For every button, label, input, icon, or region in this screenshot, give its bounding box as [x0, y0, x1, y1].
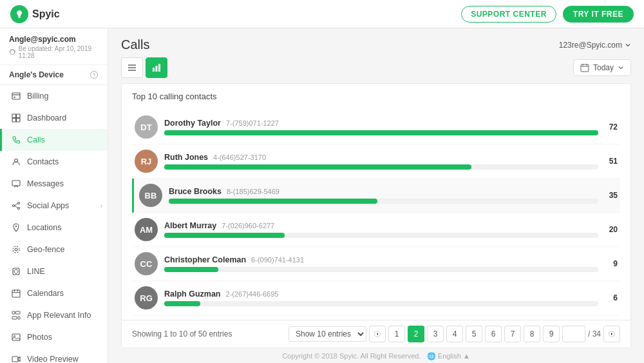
contact-name: Ralph Guzman [164, 289, 221, 299]
contact-phone: 7-(759)071-1227 [226, 119, 279, 127]
contact-row: KCKimberly Castro5-(937)477-68665 [132, 315, 620, 320]
page-button-1[interactable]: 1 [388, 326, 405, 342]
page-button-4[interactable]: 4 [446, 326, 463, 342]
sidebar-item-label-calendars: Calendars [27, 289, 64, 298]
app-layout: Angle@spyic.com Be updated: Apr 10, 2019… [0, 28, 644, 363]
contact-count: 6 [605, 293, 618, 302]
dashboard-icon [11, 113, 21, 123]
logo[interactable]: Spyic [10, 5, 60, 23]
sidebar-item-geo-fence[interactable]: Geo-fence [0, 239, 108, 260]
svg-point-13 [13, 246, 19, 253]
language-selector[interactable]: 🌐 English ▲ [427, 352, 470, 360]
sidebar-item-calendars[interactable]: Calendars [0, 282, 108, 304]
contacts-icon [11, 157, 21, 167]
page-button-3[interactable]: 3 [427, 326, 444, 342]
contact-row: RGRalph Guzman2-(267)446-66956 [132, 281, 620, 315]
sidebar-item-dashboard[interactable]: Dashboard [0, 107, 108, 129]
messages-icon [11, 179, 21, 189]
contact-phone: 8-(185)629-5469 [227, 188, 279, 195]
page-button-7[interactable]: 7 [504, 326, 521, 342]
contact-avatar: DT [135, 115, 158, 139]
sidebar-item-video-preview[interactable]: Video Preview [0, 348, 108, 363]
page-button-5[interactable]: 5 [466, 326, 482, 342]
svg-rect-33 [158, 64, 160, 72]
calendar-icon [580, 63, 589, 72]
next-page-button[interactable] [603, 326, 620, 342]
prev-page-button[interactable] [369, 326, 386, 342]
svg-point-10 [13, 205, 15, 207]
show-entries-select[interactable]: Show 10 entries Show 25 entries Show 50 … [289, 326, 366, 342]
contact-name-row: Ruth Jones4-(646)527-3170 [164, 153, 598, 162]
svg-point-9 [18, 202, 20, 204]
sidebar-item-calls[interactable]: Calls [0, 129, 108, 151]
user-updated: Be updated: Apr 10, 2019 11:28 [9, 45, 99, 59]
contact-avatar: CC [135, 252, 158, 275]
contacts-list: Top 10 calling contacts DTDorothy Taylor… [122, 84, 630, 320]
sidebar-device[interactable]: Angle's Device [0, 65, 108, 85]
geofence-icon [11, 244, 21, 255]
call-bar-container [164, 130, 598, 135]
user-account-badge[interactable]: 123re@Spyic.com [559, 41, 631, 50]
main-content: Calls 123re@Spyic.com Today [108, 28, 644, 363]
toolbar-right: Today [573, 59, 631, 76]
page-button-9[interactable]: 9 [543, 326, 560, 342]
contact-info: Ralph Guzman2-(267)446-6695 [164, 289, 598, 306]
sidebar-item-social-apps[interactable]: Social Apps› [0, 195, 108, 217]
svg-rect-20 [18, 317, 20, 319]
contact-count: 51 [605, 157, 618, 166]
sidebar-item-messages[interactable]: Messages [0, 173, 108, 195]
support-center-button[interactable]: SUPPORT CENTER [461, 6, 556, 23]
sidebar-item-label-messages: Messages [27, 179, 64, 188]
sidebar-item-billing[interactable]: Billing [0, 85, 108, 107]
contact-avatar: BB [139, 184, 162, 207]
contact-row: BBBruce Brooks8-(185)629-546935 [132, 179, 620, 213]
sidebar-item-locations[interactable]: Locations [0, 217, 108, 239]
sidebar-item-label-social-apps: Social Apps [27, 201, 69, 210]
page-button-2[interactable]: 2 [408, 326, 424, 342]
sidebar-item-label-video-preview: Video Preview [27, 355, 79, 363]
contact-info: Albert Murray7-(026)960-6277 [164, 221, 598, 238]
page-jump-input[interactable] [562, 326, 585, 342]
calls-icon [11, 135, 21, 145]
try-it-free-button[interactable]: TRY IT FREE [563, 6, 634, 23]
contact-name: Ruth Jones [164, 153, 208, 162]
call-bar-fill [164, 233, 285, 238]
contact-phone: 6-(090)741-4131 [251, 256, 304, 264]
logo-text: Spyic [32, 8, 60, 20]
copyright-text: Copyright © 2018 Spyic. All Right Reserv… [282, 352, 421, 360]
content-area: Top 10 calling contacts DTDorothy Taylor… [121, 83, 631, 348]
page-buttons: 123456789 [388, 326, 560, 342]
sidebar-item-label-line: LINE [27, 267, 45, 276]
call-bar-container [164, 267, 598, 272]
prev-icon [374, 331, 381, 337]
sidebar-user-info: Angle@spyic.com Be updated: Apr 10, 2019… [0, 28, 108, 65]
list-icon [127, 63, 137, 73]
total-pages-label: / 34 [588, 329, 601, 338]
list-view-button[interactable] [121, 57, 143, 78]
svg-rect-3 [12, 114, 16, 118]
date-label: Today [593, 63, 614, 72]
contact-name: Albert Murray [164, 221, 216, 230]
contact-info: Bruce Brooks8-(185)629-5469 [169, 187, 598, 204]
date-filter-dropdown[interactable]: Today [573, 59, 631, 76]
page-title: Calls [121, 37, 149, 52]
sidebar-item-photos[interactable]: Photos [0, 326, 108, 348]
call-bar-fill [169, 199, 377, 204]
sidebar-item-label-app-relevant: App Relevant Info [27, 311, 91, 320]
section-title: Top 10 calling contacts [132, 92, 620, 101]
contact-row: AMAlbert Murray7-(026)960-627720 [132, 213, 620, 247]
social-icon [11, 201, 21, 211]
sidebar-item-app-relevant[interactable]: App Relevant Info [0, 304, 108, 326]
chart-view-button[interactable] [146, 57, 167, 78]
contacts-container: DTDorothy Taylor7-(759)071-122772RJRuth … [132, 110, 620, 320]
svg-point-22 [14, 335, 15, 337]
page-button-6[interactable]: 6 [485, 326, 502, 342]
svg-rect-21 [12, 334, 20, 340]
page-button-8[interactable]: 8 [524, 326, 540, 342]
line-icon [11, 266, 21, 277]
svg-point-12 [15, 226, 17, 227]
refresh-icon [9, 48, 16, 56]
sidebar-item-line[interactable]: LINE [0, 260, 108, 282]
sidebar-item-contacts[interactable]: Contacts [0, 151, 108, 173]
contact-info: Christopher Coleman6-(090)741-4131 [164, 255, 598, 272]
